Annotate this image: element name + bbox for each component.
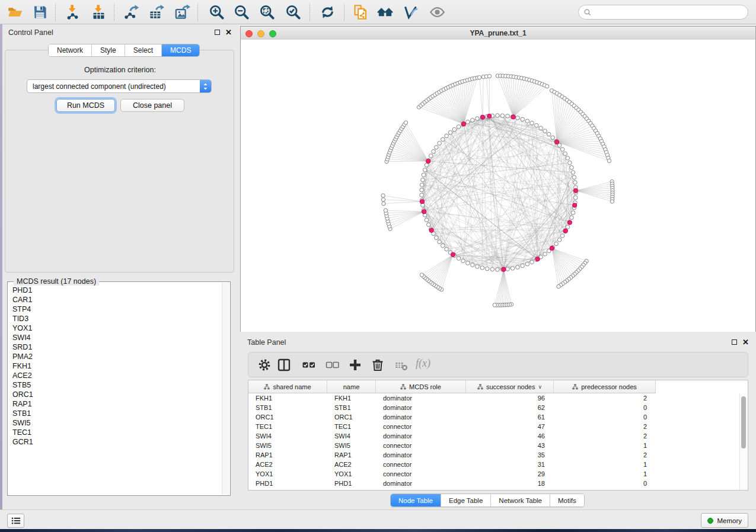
result-item[interactable]: RAP1 <box>8 399 222 409</box>
zoom-in-icon[interactable] <box>209 4 225 20</box>
network-node[interactable] <box>506 114 510 118</box>
selected-network-node[interactable] <box>429 228 433 232</box>
table-row[interactable]: FKH1FKH1dominator962 <box>248 393 740 403</box>
network-node[interactable] <box>610 200 614 203</box>
network-node[interactable] <box>573 181 578 185</box>
table-row[interactable]: PHD1PHD1dominator180 <box>248 479 740 488</box>
selected-network-node[interactable] <box>567 220 572 225</box>
close-panel-icon[interactable]: ✕ <box>742 339 749 345</box>
column-header-successor-nodes[interactable]: successor nodes∨ <box>466 380 554 393</box>
network-node[interactable] <box>543 252 547 257</box>
network-node[interactable] <box>566 156 570 161</box>
import-table-icon[interactable] <box>91 4 107 20</box>
result-item[interactable]: STP4 <box>8 305 222 314</box>
selected-network-node[interactable] <box>511 115 515 119</box>
result-item[interactable]: STB5 <box>8 380 222 390</box>
result-item[interactable]: SWI5 <box>8 418 222 428</box>
selected-network-node[interactable] <box>461 122 465 126</box>
network-node[interactable] <box>485 267 489 271</box>
network-node[interactable] <box>466 120 470 124</box>
deselect-all-icon[interactable] <box>326 358 340 372</box>
table-settings-gear-icon[interactable] <box>257 358 272 372</box>
network-node[interactable] <box>571 171 575 175</box>
tab-node-table[interactable]: Node Table <box>391 494 441 507</box>
network-overview-icon[interactable] <box>377 4 393 20</box>
result-list-scrollbar[interactable] <box>222 283 229 495</box>
result-item[interactable]: STB1 <box>8 409 222 418</box>
network-node[interactable] <box>571 211 575 215</box>
network-node[interactable] <box>516 265 520 270</box>
tab-mcds[interactable]: MCDS <box>162 44 199 56</box>
selected-network-node[interactable] <box>451 252 455 257</box>
delete-column-trash-icon[interactable] <box>371 358 385 372</box>
result-item[interactable]: ACE2 <box>8 371 222 380</box>
network-node[interactable] <box>420 183 424 187</box>
network-node[interactable] <box>427 223 431 227</box>
network-window-titlebar[interactable]: YPA_prune.txt_1 <box>241 27 755 40</box>
selected-network-node[interactable] <box>426 159 430 163</box>
network-node[interactable] <box>461 259 465 263</box>
tab-select[interactable]: Select <box>125 44 162 56</box>
network-node[interactable] <box>471 118 475 123</box>
import-network-icon[interactable] <box>65 4 81 20</box>
network-node[interactable] <box>425 218 429 222</box>
network-node[interactable] <box>466 261 470 265</box>
network-node[interactable] <box>568 161 572 165</box>
zoom-fit-icon[interactable] <box>259 4 275 20</box>
network-node[interactable] <box>560 148 564 152</box>
network-node[interactable] <box>420 193 424 197</box>
export-table-icon[interactable] <box>148 4 164 20</box>
table-row[interactable]: SWI5SWI5connector431 <box>248 441 740 450</box>
float-panel-icon[interactable] <box>215 30 220 35</box>
network-node[interactable] <box>476 117 480 121</box>
column-header-name[interactable]: name <box>327 380 376 393</box>
network-node[interactable] <box>563 152 567 156</box>
result-item[interactable]: PMA2 <box>8 352 222 361</box>
network-node[interactable] <box>525 119 529 123</box>
table-row[interactable]: STB1STB1dominator620 <box>248 403 740 412</box>
result-item[interactable]: TEC1 <box>8 428 222 437</box>
close-panel-button[interactable]: Close panel <box>120 99 184 112</box>
table-row[interactable]: TEC1TEC1connector472 <box>248 422 740 431</box>
tab-edge-table[interactable]: Edge Table <box>441 494 491 507</box>
run-mcds-button[interactable]: Run MCDS <box>56 99 115 112</box>
network-node[interactable] <box>570 216 574 220</box>
close-panel-icon[interactable]: ✕ <box>225 30 232 35</box>
network-node[interactable] <box>539 126 543 130</box>
export-image-icon[interactable] <box>174 4 190 20</box>
task-history-button[interactable] <box>7 514 24 528</box>
table-scrollbar[interactable] <box>739 393 748 490</box>
network-node[interactable] <box>425 163 429 167</box>
network-node[interactable] <box>490 267 495 271</box>
tab-style[interactable]: Style <box>92 44 125 56</box>
selected-network-node[interactable] <box>554 140 559 144</box>
float-panel-icon[interactable] <box>732 339 737 345</box>
network-node[interactable] <box>382 202 385 206</box>
network-node[interactable] <box>554 242 559 246</box>
network-node[interactable] <box>477 76 481 79</box>
network-node[interactable] <box>546 85 549 88</box>
result-item[interactable]: TID3 <box>8 314 222 323</box>
selected-network-node[interactable] <box>573 188 578 193</box>
table-row[interactable]: ACE2ACE2connector311 <box>248 460 740 469</box>
selected-network-node[interactable] <box>480 115 484 119</box>
result-item[interactable]: YOX1 <box>8 323 222 333</box>
network-node[interactable] <box>530 121 534 125</box>
network-node[interactable] <box>404 121 407 124</box>
network-node[interactable] <box>384 209 387 212</box>
open-file-icon[interactable] <box>7 4 23 20</box>
network-node[interactable] <box>557 238 562 242</box>
network-node[interactable] <box>381 198 385 201</box>
memory-button[interactable]: Memory <box>701 513 748 528</box>
network-node[interactable] <box>487 74 491 78</box>
zoom-selected-icon[interactable] <box>285 4 301 20</box>
result-item[interactable]: SRD1 <box>8 342 222 352</box>
network-node[interactable] <box>496 268 500 272</box>
network-node[interactable] <box>506 267 510 271</box>
export-network-icon[interactable] <box>123 4 139 20</box>
zoom-out-icon[interactable] <box>234 4 250 20</box>
table-row[interactable]: SWI4SWI4dominator462 <box>248 431 740 441</box>
show-columns-icon[interactable] <box>277 358 291 372</box>
network-node[interactable] <box>560 234 564 238</box>
network-node[interactable] <box>551 136 555 140</box>
